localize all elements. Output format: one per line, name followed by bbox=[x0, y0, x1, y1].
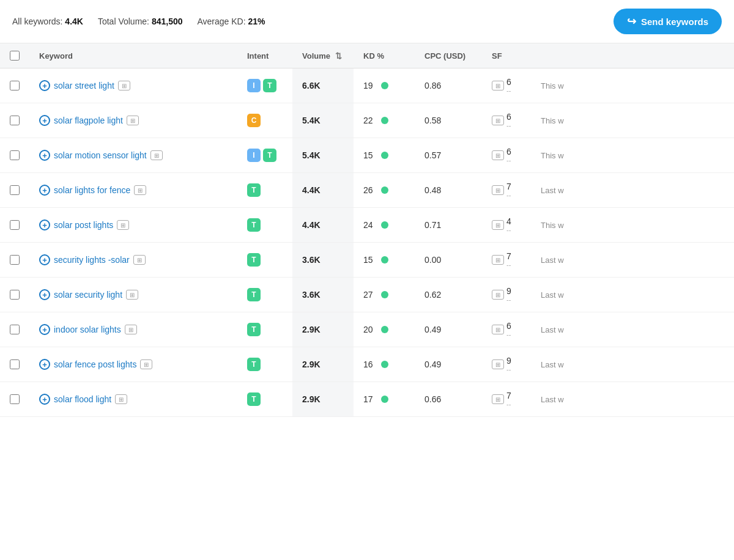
cpc-value: 0.57 bbox=[424, 150, 441, 160]
sf-value: 4 bbox=[506, 216, 511, 226]
table-header-row: Keyword Intent Volume ⇅ KD % CPC (USD) S… bbox=[0, 43, 734, 68]
sf-serp-icon[interactable]: ⊞ bbox=[492, 325, 504, 334]
add-keyword-icon[interactable]: + bbox=[39, 150, 50, 161]
add-keyword-icon[interactable]: + bbox=[39, 324, 50, 335]
send-keywords-button[interactable]: ↪ Send keywords bbox=[614, 9, 722, 34]
header-volume-col[interactable]: Volume ⇅ bbox=[292, 43, 354, 68]
intent-badge-t: T bbox=[247, 392, 261, 406]
intent-badge-i: I bbox=[247, 79, 261, 92]
sf-value: 6 bbox=[506, 147, 511, 157]
add-keyword-icon[interactable]: + bbox=[39, 115, 50, 126]
add-keyword-icon[interactable]: + bbox=[39, 219, 50, 230]
header-keyword-col: Keyword bbox=[29, 43, 237, 68]
sf-value: 7 bbox=[506, 251, 511, 261]
serp-preview-icon[interactable]: ⊞ bbox=[117, 220, 129, 230]
keyword-link[interactable]: + indoor solar lights ⊞ bbox=[39, 324, 228, 335]
select-all-checkbox[interactable] bbox=[10, 51, 20, 61]
intent-badge-t: T bbox=[247, 253, 261, 267]
intent-cell: T bbox=[237, 278, 292, 312]
row-checkbox[interactable] bbox=[10, 150, 20, 160]
serp-preview-icon[interactable]: ⊞ bbox=[127, 116, 139, 125]
row-checkbox[interactable] bbox=[10, 290, 20, 300]
row-checkbox[interactable] bbox=[10, 255, 20, 265]
kd-dot-indicator bbox=[381, 117, 388, 124]
keyword-link[interactable]: + security lights -solar ⊞ bbox=[39, 254, 228, 265]
sf-serp-icon[interactable]: ⊞ bbox=[492, 150, 504, 160]
volume-value: 5.4K bbox=[302, 116, 321, 125]
add-keyword-icon[interactable]: + bbox=[39, 394, 50, 405]
extra-text: Last w bbox=[541, 256, 564, 265]
extra-text: This w bbox=[541, 116, 564, 125]
row-checkbox[interactable] bbox=[10, 359, 20, 369]
row-checkbox[interactable] bbox=[10, 325, 20, 334]
kd-cell: 22 bbox=[354, 103, 415, 138]
kd-value: 20 bbox=[363, 325, 377, 334]
intent-cell: IT bbox=[237, 138, 292, 173]
sf-serp-icon[interactable]: ⊞ bbox=[492, 185, 504, 195]
cpc-cell: 0.71 bbox=[415, 208, 482, 243]
header-sf-col: SF bbox=[482, 43, 531, 68]
keyword-link[interactable]: + solar lights for fence ⊞ bbox=[39, 185, 228, 196]
cpc-cell: 0.48 bbox=[415, 173, 482, 208]
extra-cell: This w bbox=[531, 138, 734, 173]
sf-serp-icon[interactable]: ⊞ bbox=[492, 394, 504, 404]
add-keyword-icon[interactable]: + bbox=[39, 80, 50, 91]
serp-preview-icon[interactable]: ⊞ bbox=[140, 359, 152, 369]
cpc-cell: 0.86 bbox=[415, 68, 482, 103]
sf-cell: ⊞ 4 -- bbox=[482, 208, 531, 243]
sf-sub-value: -- bbox=[506, 191, 511, 199]
keyword-text: solar security light bbox=[54, 290, 122, 300]
sf-cell: ⊞ 6 -- bbox=[482, 103, 531, 138]
volume-value: 6.6K bbox=[302, 81, 321, 90]
keyword-link[interactable]: + solar flood light ⊞ bbox=[39, 394, 228, 405]
cpc-value: 0.58 bbox=[424, 116, 441, 125]
keyword-cell: + solar fence post lights ⊞ bbox=[29, 347, 237, 382]
add-keyword-icon[interactable]: + bbox=[39, 254, 50, 265]
header-cpc-col: CPC (USD) bbox=[415, 43, 482, 68]
keyword-text: solar post lights bbox=[54, 220, 113, 230]
row-checkbox[interactable] bbox=[10, 220, 20, 230]
serp-preview-icon[interactable]: ⊞ bbox=[150, 150, 163, 160]
keyword-link[interactable]: + solar post lights ⊞ bbox=[39, 219, 228, 230]
keyword-cell: + security lights -solar ⊞ bbox=[29, 243, 237, 278]
sf-serp-icon[interactable]: ⊞ bbox=[492, 359, 504, 369]
row-checkbox[interactable] bbox=[10, 394, 20, 404]
intent-cell: C bbox=[237, 103, 292, 138]
sf-serp-icon[interactable]: ⊞ bbox=[492, 220, 504, 230]
serp-preview-icon[interactable]: ⊞ bbox=[115, 394, 127, 404]
intent-badge-t: T bbox=[247, 183, 261, 197]
keyword-cell: + solar flagpole light ⊞ bbox=[29, 103, 237, 138]
keyword-cell: + solar lights for fence ⊞ bbox=[29, 173, 237, 208]
keywords-table-container: Keyword Intent Volume ⇅ KD % CPC (USD) S… bbox=[0, 43, 734, 417]
intent-badge-t: T bbox=[247, 323, 261, 336]
serp-preview-icon[interactable]: ⊞ bbox=[133, 255, 146, 265]
sf-serp-icon[interactable]: ⊞ bbox=[492, 255, 504, 265]
kd-value: 22 bbox=[363, 116, 377, 125]
add-keyword-icon[interactable]: + bbox=[39, 185, 50, 196]
keyword-link[interactable]: + solar fence post lights ⊞ bbox=[39, 359, 228, 370]
serp-preview-icon[interactable]: ⊞ bbox=[126, 290, 138, 300]
sf-value: 6 bbox=[506, 321, 511, 331]
serp-preview-icon[interactable]: ⊞ bbox=[134, 185, 146, 195]
keyword-link[interactable]: + solar street light ⊞ bbox=[39, 80, 228, 91]
sf-serp-icon[interactable]: ⊞ bbox=[492, 290, 504, 300]
sf-serp-icon[interactable]: ⊞ bbox=[492, 116, 504, 125]
add-keyword-icon[interactable]: + bbox=[39, 289, 50, 300]
serp-preview-icon[interactable]: ⊞ bbox=[118, 81, 130, 90]
keyword-link[interactable]: + solar motion sensor light ⊞ bbox=[39, 150, 228, 161]
table-row: + security lights -solar ⊞ T3.6K 15 0.00… bbox=[0, 243, 734, 278]
kd-value: 15 bbox=[363, 150, 377, 160]
cpc-cell: 0.49 bbox=[415, 312, 482, 347]
sf-serp-icon[interactable]: ⊞ bbox=[492, 81, 504, 90]
extra-cell: Last w bbox=[531, 312, 734, 347]
keyword-text: solar lights for fence bbox=[54, 185, 130, 195]
row-checkbox[interactable] bbox=[10, 81, 20, 90]
kd-cell: 15 bbox=[354, 243, 415, 278]
keyword-link[interactable]: + solar security light ⊞ bbox=[39, 289, 228, 300]
intent-badge-t: T bbox=[247, 218, 261, 232]
add-keyword-icon[interactable]: + bbox=[39, 359, 50, 370]
row-checkbox[interactable] bbox=[10, 116, 20, 125]
serp-preview-icon[interactable]: ⊞ bbox=[125, 325, 137, 334]
row-checkbox[interactable] bbox=[10, 185, 20, 195]
keyword-link[interactable]: + solar flagpole light ⊞ bbox=[39, 115, 228, 126]
